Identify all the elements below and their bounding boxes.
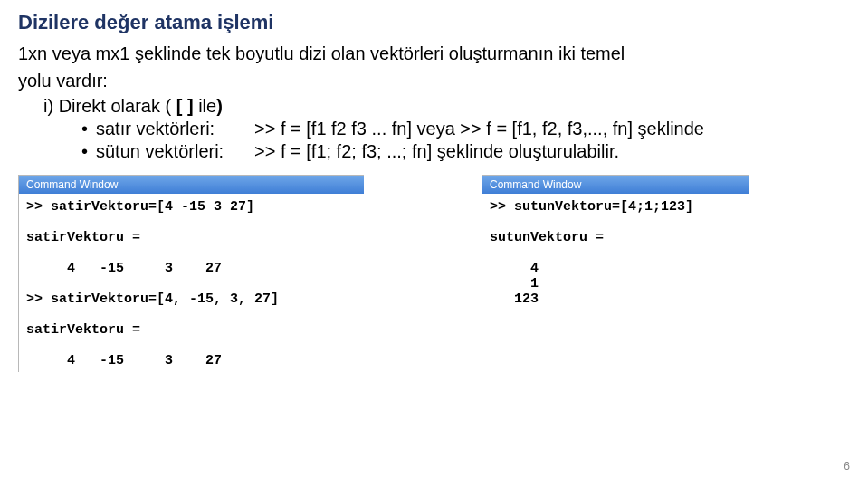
bullet-label: sütun vektörleri: (96, 141, 254, 162)
bullet-dot: • (81, 141, 96, 162)
paren-close: ) (216, 96, 223, 116)
bracket-close: ] (187, 96, 194, 116)
bullet-dot: • (81, 119, 96, 139)
windows-container: Command Window >> satirVektoru=[4 -15 3 … (18, 175, 850, 372)
command-window-2: Command Window >> sutunVektoru=[4;1;123]… (482, 175, 749, 372)
sub-item-i: i) Direkt olarak ( [ ] ile) (43, 96, 850, 117)
page-number: 6 (844, 460, 850, 473)
command-window-1: Command Window >> satirVektoru=[4 -15 3 … (18, 175, 364, 372)
command-window-title: Command Window (482, 176, 749, 194)
intro-line-1: 1xn veya mx1 şeklinde tek boyutlu dizi o… (18, 42, 850, 65)
bullet-list: • satır vektörleri: >> f = [f1 f2 f3 ...… (81, 119, 850, 162)
intro-line-2: yolu vardır: (18, 69, 850, 92)
bullet-row-vector: • satır vektörleri: >> f = [f1 f2 f3 ...… (81, 119, 850, 139)
command-window-body: >> satirVektoru=[4 -15 3 27] satirVektor… (19, 194, 364, 372)
sub-prefix: i) Direkt olarak ( (43, 96, 176, 116)
command-window-title: Command Window (19, 176, 364, 194)
sub-after-brackets: ile (194, 96, 217, 116)
bullet-column-vector: • sütun vektörleri: >> f = [f1; f2; f3; … (81, 141, 850, 162)
bullet-code: >> f = [f1; f2; f3; ...; fn] şeklinde ol… (254, 141, 850, 162)
bullet-code: >> f = [f1 f2 f3 ... fn] veya >> f = [f1… (254, 119, 850, 139)
bullet-label: satır vektörleri: (96, 119, 254, 139)
command-window-body: >> sutunVektoru=[4;1;123] sutunVektoru =… (482, 194, 749, 311)
page-title: Dizilere değer atama işlemi (18, 11, 850, 34)
